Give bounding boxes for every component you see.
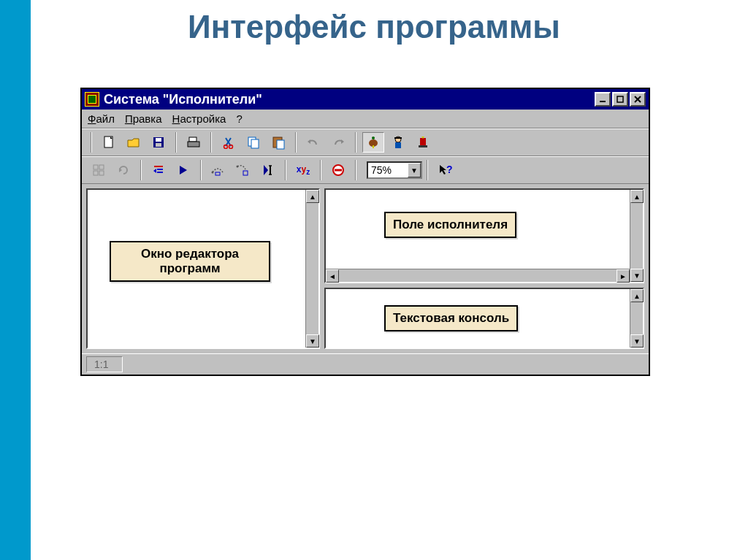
scroll-up-button[interactable]: ▲ xyxy=(630,289,644,302)
indent-icon xyxy=(152,164,165,177)
svg-rect-41 xyxy=(215,172,220,175)
svg-rect-34 xyxy=(99,171,104,175)
console-callout: Текстовая консоль xyxy=(384,305,518,331)
menubar: Файл Правка Настройка ? xyxy=(82,110,649,129)
minimize-button[interactable] xyxy=(595,92,611,107)
editor-vscrollbar[interactable]: ▲ ▼ xyxy=(305,190,318,348)
window-title: Система "Исполнители" xyxy=(104,92,262,107)
close-icon xyxy=(634,96,641,103)
stepinto-icon xyxy=(235,164,251,177)
executor-turtle-button[interactable] xyxy=(362,132,384,153)
cut-button[interactable] xyxy=(218,132,240,153)
field-pane[interactable]: ▲ ▼ ◄ ► Поле исполнителя xyxy=(324,188,644,283)
toolbar-separator xyxy=(355,132,356,153)
scroll-up-button[interactable]: ▲ xyxy=(306,190,319,203)
svg-point-42 xyxy=(212,172,214,174)
zoom-input[interactable] xyxy=(368,163,408,177)
slide-accent xyxy=(0,0,31,560)
drafter-icon xyxy=(416,135,430,150)
menu-help[interactable]: ? xyxy=(236,112,242,125)
stepinto-button[interactable] xyxy=(232,160,254,180)
turtle-icon xyxy=(366,135,381,150)
cursor-icon xyxy=(262,164,275,177)
grid-button[interactable] xyxy=(88,160,110,180)
svg-rect-27 xyxy=(394,137,402,139)
stepover-button[interactable] xyxy=(207,160,229,180)
open-icon xyxy=(126,136,141,149)
runto-cursor-button[interactable] xyxy=(257,160,279,180)
field-callout: Поле исполнителя xyxy=(384,212,516,238)
toolbar-separator xyxy=(427,160,428,180)
print-button[interactable] xyxy=(183,132,205,153)
field-vscrollbar[interactable]: ▲ ▼ xyxy=(630,190,643,282)
save-button[interactable] xyxy=(148,132,169,153)
copy-button[interactable] xyxy=(243,132,264,153)
app-icon xyxy=(85,92,99,107)
stop-icon xyxy=(332,164,345,177)
redo-icon xyxy=(331,137,346,147)
scroll-right-button[interactable]: ► xyxy=(617,269,630,283)
svg-marker-6 xyxy=(128,139,139,147)
print-icon xyxy=(186,136,201,149)
stepover-icon xyxy=(210,164,226,177)
executor-drafter-button[interactable] xyxy=(412,132,434,153)
editor-callout: Окно редактора программ xyxy=(110,241,270,282)
svg-rect-19 xyxy=(277,140,284,149)
minimize-icon xyxy=(599,96,606,103)
svg-marker-51 xyxy=(440,165,446,174)
open-button[interactable] xyxy=(123,132,145,153)
zoom-dropdown-button[interactable]: ▼ xyxy=(408,163,421,177)
svg-marker-45 xyxy=(264,165,268,175)
toolbar-separator xyxy=(175,132,177,153)
variables-button[interactable]: xyz xyxy=(292,160,314,180)
svg-rect-1 xyxy=(617,96,623,102)
console-vscrollbar[interactable]: ▲ ▼ xyxy=(630,289,643,348)
svg-rect-50 xyxy=(335,169,342,172)
toolbar-2: xyz ▼ ? xyxy=(82,156,649,184)
scroll-down-button[interactable]: ▼ xyxy=(306,334,319,348)
svg-rect-28 xyxy=(420,138,426,145)
app-window: Система "Исполнители" Файл Правка Настро… xyxy=(80,88,650,376)
svg-marker-40 xyxy=(180,166,187,174)
new-icon xyxy=(102,135,115,150)
svg-point-44 xyxy=(237,166,239,168)
cut-icon xyxy=(222,136,235,149)
menu-edit[interactable]: Правка xyxy=(125,112,162,125)
maximize-button[interactable] xyxy=(612,92,628,107)
close-button[interactable] xyxy=(630,92,646,107)
titlebar: Система "Исполнители" xyxy=(82,89,649,110)
toolbar-separator xyxy=(285,160,286,180)
zoom-select[interactable]: ▼ xyxy=(367,161,422,179)
menu-setup[interactable]: Настройка xyxy=(172,112,226,125)
svg-point-14 xyxy=(224,145,228,149)
executor-robot-button[interactable] xyxy=(387,132,409,153)
scroll-left-button[interactable]: ◄ xyxy=(326,269,339,283)
undo-icon xyxy=(306,137,321,147)
svg-rect-43 xyxy=(243,171,248,175)
svg-rect-26 xyxy=(395,142,401,148)
undo-button[interactable] xyxy=(302,132,324,153)
scroll-down-button[interactable]: ▼ xyxy=(630,269,644,282)
help-pointer-button[interactable]: ? xyxy=(434,160,456,180)
redo-button[interactable] xyxy=(327,132,349,153)
new-button[interactable] xyxy=(98,132,120,153)
menu-file[interactable]: Файл xyxy=(88,112,115,125)
field-hscrollbar[interactable]: ◄ ► xyxy=(326,269,630,282)
robot-icon xyxy=(391,135,405,150)
stop-button[interactable] xyxy=(327,160,349,180)
paste-button[interactable] xyxy=(267,132,289,153)
xyz-icon: xyz xyxy=(297,164,310,176)
indent-button[interactable] xyxy=(148,160,169,180)
toolbar-1 xyxy=(82,129,649,156)
toolbar-separator xyxy=(91,132,92,153)
run-button[interactable] xyxy=(172,160,194,180)
console-pane[interactable]: ▲ ▼ Текстовая консоль xyxy=(324,288,644,349)
status-cursor-pos: 1:1 xyxy=(86,356,123,372)
save-icon xyxy=(152,136,165,149)
scroll-down-button[interactable]: ▼ xyxy=(630,334,644,348)
refresh-button[interactable] xyxy=(112,160,134,180)
svg-rect-0 xyxy=(600,101,606,102)
editor-pane[interactable]: ▲ ▼ Окно редактора программ xyxy=(86,188,320,349)
toolbar-separator xyxy=(295,132,297,153)
scroll-up-button[interactable]: ▲ xyxy=(630,190,644,203)
